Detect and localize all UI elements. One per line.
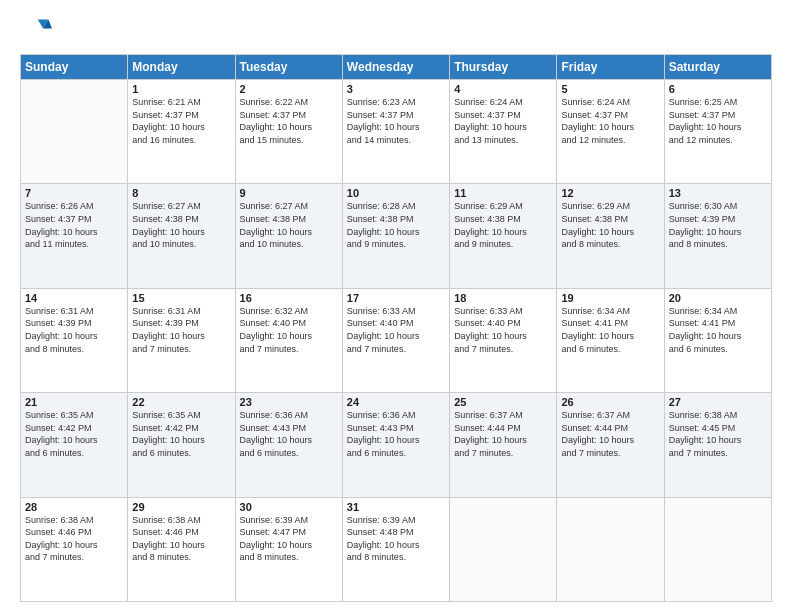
calendar-cell: 31Sunrise: 6:39 AM Sunset: 4:48 PM Dayli… <box>342 497 449 601</box>
day-info: Sunrise: 6:38 AM Sunset: 4:45 PM Dayligh… <box>669 409 767 459</box>
day-info: Sunrise: 6:33 AM Sunset: 4:40 PM Dayligh… <box>454 305 552 355</box>
day-info: Sunrise: 6:36 AM Sunset: 4:43 PM Dayligh… <box>240 409 338 459</box>
calendar-cell: 2Sunrise: 6:22 AM Sunset: 4:37 PM Daylig… <box>235 80 342 184</box>
day-number: 13 <box>669 187 767 199</box>
day-number: 19 <box>561 292 659 304</box>
calendar-cell: 28Sunrise: 6:38 AM Sunset: 4:46 PM Dayli… <box>21 497 128 601</box>
calendar-cell: 23Sunrise: 6:36 AM Sunset: 4:43 PM Dayli… <box>235 393 342 497</box>
day-info: Sunrise: 6:26 AM Sunset: 4:37 PM Dayligh… <box>25 200 123 250</box>
calendar-cell: 25Sunrise: 6:37 AM Sunset: 4:44 PM Dayli… <box>450 393 557 497</box>
calendar-cell: 16Sunrise: 6:32 AM Sunset: 4:40 PM Dayli… <box>235 288 342 392</box>
calendar-cell: 27Sunrise: 6:38 AM Sunset: 4:45 PM Dayli… <box>664 393 771 497</box>
day-number: 23 <box>240 396 338 408</box>
day-number: 31 <box>347 501 445 513</box>
weekday-header-tuesday: Tuesday <box>235 55 342 80</box>
week-row-4: 21Sunrise: 6:35 AM Sunset: 4:42 PM Dayli… <box>21 393 772 497</box>
day-number: 18 <box>454 292 552 304</box>
calendar-table: SundayMondayTuesdayWednesdayThursdayFrid… <box>20 54 772 602</box>
calendar-cell: 15Sunrise: 6:31 AM Sunset: 4:39 PM Dayli… <box>128 288 235 392</box>
day-info: Sunrise: 6:29 AM Sunset: 4:38 PM Dayligh… <box>561 200 659 250</box>
day-info: Sunrise: 6:27 AM Sunset: 4:38 PM Dayligh… <box>240 200 338 250</box>
day-number: 24 <box>347 396 445 408</box>
day-info: Sunrise: 6:32 AM Sunset: 4:40 PM Dayligh… <box>240 305 338 355</box>
calendar-cell: 13Sunrise: 6:30 AM Sunset: 4:39 PM Dayli… <box>664 184 771 288</box>
calendar-cell: 14Sunrise: 6:31 AM Sunset: 4:39 PM Dayli… <box>21 288 128 392</box>
day-number: 3 <box>347 83 445 95</box>
day-info: Sunrise: 6:34 AM Sunset: 4:41 PM Dayligh… <box>669 305 767 355</box>
calendar-cell: 29Sunrise: 6:38 AM Sunset: 4:46 PM Dayli… <box>128 497 235 601</box>
day-info: Sunrise: 6:37 AM Sunset: 4:44 PM Dayligh… <box>454 409 552 459</box>
logo-icon <box>20 16 52 48</box>
week-row-3: 14Sunrise: 6:31 AM Sunset: 4:39 PM Dayli… <box>21 288 772 392</box>
calendar-cell: 18Sunrise: 6:33 AM Sunset: 4:40 PM Dayli… <box>450 288 557 392</box>
calendar-cell: 21Sunrise: 6:35 AM Sunset: 4:42 PM Dayli… <box>21 393 128 497</box>
day-info: Sunrise: 6:24 AM Sunset: 4:37 PM Dayligh… <box>561 96 659 146</box>
day-info: Sunrise: 6:35 AM Sunset: 4:42 PM Dayligh… <box>132 409 230 459</box>
day-number: 11 <box>454 187 552 199</box>
day-info: Sunrise: 6:30 AM Sunset: 4:39 PM Dayligh… <box>669 200 767 250</box>
calendar-cell <box>557 497 664 601</box>
weekday-header-saturday: Saturday <box>664 55 771 80</box>
day-number: 10 <box>347 187 445 199</box>
day-number: 12 <box>561 187 659 199</box>
calendar-cell: 20Sunrise: 6:34 AM Sunset: 4:41 PM Dayli… <box>664 288 771 392</box>
logo <box>20 16 56 48</box>
header <box>20 16 772 48</box>
day-info: Sunrise: 6:35 AM Sunset: 4:42 PM Dayligh… <box>25 409 123 459</box>
calendar-cell: 5Sunrise: 6:24 AM Sunset: 4:37 PM Daylig… <box>557 80 664 184</box>
day-info: Sunrise: 6:29 AM Sunset: 4:38 PM Dayligh… <box>454 200 552 250</box>
day-number: 29 <box>132 501 230 513</box>
calendar-cell: 8Sunrise: 6:27 AM Sunset: 4:38 PM Daylig… <box>128 184 235 288</box>
day-number: 20 <box>669 292 767 304</box>
day-info: Sunrise: 6:38 AM Sunset: 4:46 PM Dayligh… <box>132 514 230 564</box>
day-number: 26 <box>561 396 659 408</box>
day-info: Sunrise: 6:39 AM Sunset: 4:47 PM Dayligh… <box>240 514 338 564</box>
day-number: 1 <box>132 83 230 95</box>
calendar-cell: 3Sunrise: 6:23 AM Sunset: 4:37 PM Daylig… <box>342 80 449 184</box>
day-info: Sunrise: 6:33 AM Sunset: 4:40 PM Dayligh… <box>347 305 445 355</box>
page: SundayMondayTuesdayWednesdayThursdayFrid… <box>0 0 792 612</box>
calendar-cell: 26Sunrise: 6:37 AM Sunset: 4:44 PM Dayli… <box>557 393 664 497</box>
day-number: 27 <box>669 396 767 408</box>
week-row-1: 1Sunrise: 6:21 AM Sunset: 4:37 PM Daylig… <box>21 80 772 184</box>
day-number: 28 <box>25 501 123 513</box>
day-info: Sunrise: 6:24 AM Sunset: 4:37 PM Dayligh… <box>454 96 552 146</box>
calendar-cell: 30Sunrise: 6:39 AM Sunset: 4:47 PM Dayli… <box>235 497 342 601</box>
day-info: Sunrise: 6:21 AM Sunset: 4:37 PM Dayligh… <box>132 96 230 146</box>
weekday-header-sunday: Sunday <box>21 55 128 80</box>
weekday-header-thursday: Thursday <box>450 55 557 80</box>
weekday-header-row: SundayMondayTuesdayWednesdayThursdayFrid… <box>21 55 772 80</box>
day-number: 21 <box>25 396 123 408</box>
calendar-cell: 17Sunrise: 6:33 AM Sunset: 4:40 PM Dayli… <box>342 288 449 392</box>
day-number: 9 <box>240 187 338 199</box>
day-info: Sunrise: 6:36 AM Sunset: 4:43 PM Dayligh… <box>347 409 445 459</box>
calendar-cell: 6Sunrise: 6:25 AM Sunset: 4:37 PM Daylig… <box>664 80 771 184</box>
day-info: Sunrise: 6:34 AM Sunset: 4:41 PM Dayligh… <box>561 305 659 355</box>
day-info: Sunrise: 6:28 AM Sunset: 4:38 PM Dayligh… <box>347 200 445 250</box>
calendar-cell: 22Sunrise: 6:35 AM Sunset: 4:42 PM Dayli… <box>128 393 235 497</box>
day-number: 17 <box>347 292 445 304</box>
weekday-header-wednesday: Wednesday <box>342 55 449 80</box>
day-number: 8 <box>132 187 230 199</box>
calendar-cell: 10Sunrise: 6:28 AM Sunset: 4:38 PM Dayli… <box>342 184 449 288</box>
calendar-cell <box>450 497 557 601</box>
day-number: 4 <box>454 83 552 95</box>
week-row-2: 7Sunrise: 6:26 AM Sunset: 4:37 PM Daylig… <box>21 184 772 288</box>
day-number: 30 <box>240 501 338 513</box>
week-row-5: 28Sunrise: 6:38 AM Sunset: 4:46 PM Dayli… <box>21 497 772 601</box>
calendar-cell <box>664 497 771 601</box>
calendar-cell: 1Sunrise: 6:21 AM Sunset: 4:37 PM Daylig… <box>128 80 235 184</box>
day-number: 22 <box>132 396 230 408</box>
day-number: 25 <box>454 396 552 408</box>
day-number: 6 <box>669 83 767 95</box>
day-number: 2 <box>240 83 338 95</box>
calendar-cell: 9Sunrise: 6:27 AM Sunset: 4:38 PM Daylig… <box>235 184 342 288</box>
weekday-header-friday: Friday <box>557 55 664 80</box>
day-info: Sunrise: 6:27 AM Sunset: 4:38 PM Dayligh… <box>132 200 230 250</box>
day-info: Sunrise: 6:31 AM Sunset: 4:39 PM Dayligh… <box>25 305 123 355</box>
weekday-header-monday: Monday <box>128 55 235 80</box>
day-info: Sunrise: 6:38 AM Sunset: 4:46 PM Dayligh… <box>25 514 123 564</box>
day-number: 15 <box>132 292 230 304</box>
day-info: Sunrise: 6:31 AM Sunset: 4:39 PM Dayligh… <box>132 305 230 355</box>
day-number: 16 <box>240 292 338 304</box>
